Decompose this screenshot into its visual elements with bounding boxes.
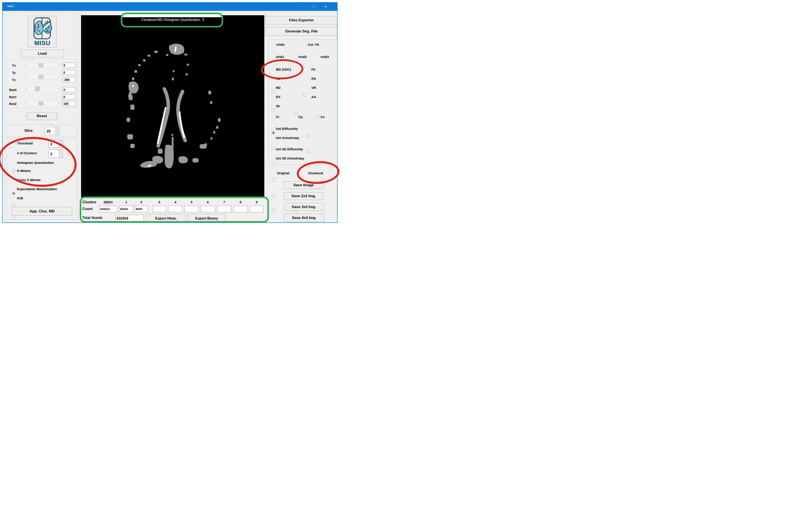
count-field-2[interactable]	[135, 206, 148, 212]
tz-slider-thumb[interactable]	[35, 87, 40, 91]
rotz-value-field[interactable]	[62, 101, 75, 106]
total-voxels-field[interactable]	[115, 215, 144, 222]
metric-radio-fa[interactable]	[307, 134, 310, 138]
close-button[interactable]: ✕	[320, 2, 331, 11]
metric-label-fa: FA	[312, 68, 316, 71]
tz-value-field[interactable]	[62, 77, 75, 82]
ty-value-field[interactable]	[62, 70, 75, 75]
export-histo-button[interactable]: Export Histo.	[146, 214, 186, 223]
metric-radio-evals[interactable]	[272, 90, 275, 93]
files-exporter-button[interactable]: Files Exporter	[265, 16, 337, 24]
roty-slider-right-arrow-icon[interactable]: ›	[57, 113, 61, 117]
slice-down-icon[interactable]: ▼	[55, 131, 59, 135]
metric-radio-dv[interactable]	[272, 178, 275, 182]
metric-radio-eval3[interactable]	[316, 115, 320, 118]
method-radio-k-means[interactable]	[12, 203, 15, 206]
metric-radio-rd[interactable]	[272, 163, 275, 166]
rotx-slider-right-arrow-icon[interactable]: ›	[57, 101, 61, 106]
roty-value-field[interactable]	[62, 94, 75, 99]
num-clusters-down-icon[interactable]: ▼	[59, 154, 62, 158]
reset-button[interactable]: Reset	[27, 112, 57, 120]
tz-label: Tz	[12, 78, 16, 82]
count-field-4[interactable]	[168, 206, 183, 212]
maximize-button[interactable]	[308, 2, 319, 11]
minimize-button[interactable]: –	[296, 2, 307, 11]
threshold-label: Threshold	[17, 141, 33, 145]
num-clusters-value-field[interactable]	[49, 150, 59, 158]
minimize-icon: –	[301, 5, 302, 8]
ty-slider-left-arrow-icon[interactable]: ‹	[25, 75, 29, 79]
save-4x4-button[interactable]: Save 4x4 Img.	[284, 214, 324, 222]
metric-radio-eval2[interactable]	[294, 112, 297, 115]
rotx-slider-left-arrow-icon[interactable]: ‹	[25, 101, 29, 106]
close-icon: ✕	[324, 5, 327, 8]
title-bar[interactable]	[2, 2, 338, 11]
tx-slider[interactable]: ‹ ›	[24, 63, 61, 68]
slice-spinner[interactable]: ▲ ▼	[45, 127, 59, 135]
threshold-spinner[interactable]: ▲ ▼	[49, 140, 63, 148]
count-field-1[interactable]	[119, 206, 134, 212]
count-field-3[interactable]	[152, 206, 166, 212]
logo-wordmark: MISU	[28, 40, 57, 46]
roty-label: RotY	[9, 95, 17, 99]
apply-cluster-md-button[interactable]: App. Clus. MD	[12, 207, 72, 216]
rotx-slider[interactable]: ‹ ›	[24, 101, 61, 106]
count-field-5[interactable]	[184, 206, 199, 212]
metric-radio-sk[interactable]	[272, 194, 275, 197]
save-2x2-button[interactable]: Save 2x2 Img.	[284, 192, 323, 200]
slice-up-icon[interactable]: ▲	[55, 127, 59, 131]
count-row-label: Count	[82, 207, 92, 211]
method-radio-histogram-quantization[interactable]	[12, 192, 15, 195]
metric-label-eval1: eVal1	[276, 55, 284, 59]
method-label-icm: ICM	[17, 196, 23, 200]
method-label-histogram-quantization: Histogram Quantization	[17, 161, 54, 165]
view-label-original: Original	[277, 171, 290, 175]
metric-radio-cl[interactable]	[272, 208, 275, 211]
tz-slider-right-arrow-icon[interactable]: ›	[57, 87, 61, 91]
cluster-header-9: 9	[250, 200, 263, 204]
image-canvas	[81, 15, 264, 197]
metric-radio-ad[interactable]	[272, 147, 275, 150]
num-clusters-spinner[interactable]: ▲ ▼	[49, 150, 63, 158]
cluster-header-5: 5	[184, 200, 199, 204]
save-image-button[interactable]: Save Image	[283, 181, 324, 189]
count-field-6[interactable]	[201, 206, 215, 212]
tz-slider[interactable]: ‹ ›	[24, 87, 61, 91]
method-radio-fuzzy-c-menas[interactable]	[12, 215, 15, 219]
threshold-up-icon[interactable]: ▲	[59, 140, 62, 144]
clusters-row-label: Clusters	[82, 200, 96, 204]
export-binary-button[interactable]: Export Binary	[188, 214, 225, 223]
window-title: MISU	[7, 5, 14, 8]
threshold-down-icon[interactable]: ▼	[59, 144, 62, 148]
num-clusters-up-icon[interactable]: ▲	[59, 150, 62, 154]
save-3x3-button[interactable]: Save 3x3 Img.	[284, 203, 324, 211]
metric-label-eval2: eVal2	[298, 55, 306, 59]
ty-slider-right-arrow-icon[interactable]: ›	[57, 75, 61, 79]
ty-slider-thumb[interactable]	[39, 75, 43, 79]
rotx-value-field[interactable]	[62, 87, 75, 92]
threshold-radio[interactable]	[12, 169, 15, 172]
tx-slider-right-arrow-icon[interactable]: ›	[57, 63, 61, 67]
count-field-7[interactable]	[217, 206, 231, 212]
load-button[interactable]: Load	[21, 50, 64, 58]
metric-radio-col-fa[interactable]	[303, 93, 306, 96]
metric-radio-md-adc[interactable]	[272, 131, 275, 134]
count-field-9[interactable]	[250, 206, 263, 212]
tx-value-field[interactable]	[62, 63, 75, 68]
misu-logo: MISU	[28, 16, 57, 48]
tz-slider-left-arrow-icon[interactable]: ‹	[25, 87, 29, 91]
tx-slider-left-arrow-icon[interactable]: ‹	[25, 63, 29, 67]
cluster-header-8: 8	[234, 200, 248, 204]
generate-seg-file-button[interactable]: Generate Seg. File	[265, 27, 337, 36]
ty-slider[interactable]: ‹ ›	[24, 75, 61, 79]
tx-slider-thumb[interactable]	[39, 63, 43, 67]
metric-radio-ra[interactable]	[307, 150, 310, 153]
count-field-8[interactable]	[234, 206, 248, 212]
slice-value-field[interactable]	[45, 127, 55, 135]
metric-label-col-fa: Col. FA	[308, 43, 319, 46]
threshold-value-field[interactable]	[49, 140, 59, 148]
metric-radio-eval1[interactable]	[272, 109, 275, 112]
rotx-slider-thumb[interactable]	[39, 101, 43, 106]
count-field-0[interactable]	[99, 206, 117, 212]
metric-label-uni-anisotropy: Uni Anisotropy	[276, 136, 299, 140]
